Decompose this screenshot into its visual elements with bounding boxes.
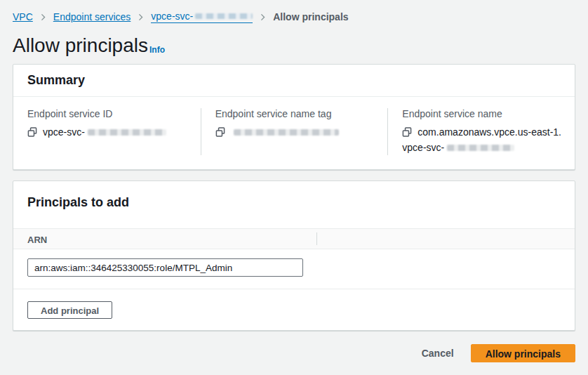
chevron-right-icon <box>39 13 47 21</box>
column-divider <box>316 232 317 245</box>
breadcrumb-service-id-prefix: vpce-svc- <box>151 11 193 22</box>
page-title: Allow principals Info <box>13 34 575 57</box>
redacted-text <box>234 129 339 136</box>
redacted-text <box>88 129 166 136</box>
arn-column-header: ARN <box>13 228 575 249</box>
summary-title: Summary <box>27 73 85 87</box>
summary-field-service-name: Endpoint service name com.amazonaws.vpce… <box>387 108 575 155</box>
arn-input-row <box>13 249 575 289</box>
copy-icon[interactable] <box>215 127 225 137</box>
field-value <box>215 124 378 140</box>
field-label: Endpoint service ID <box>27 108 191 119</box>
principals-card-header: Principals to add <box>13 181 575 228</box>
breadcrumb-endpoint-service-id[interactable]: vpce-svc- <box>151 11 253 23</box>
add-principal-row: Add principal <box>13 289 575 330</box>
field-label: Endpoint service name <box>402 108 565 119</box>
page: VPC Endpoint services vpce-svc- Allow pr… <box>0 0 588 362</box>
summary-field-name-tag: Endpoint service name tag <box>201 108 388 155</box>
footer-actions: Cancel Allow principals <box>13 344 575 362</box>
redacted-text <box>447 145 514 151</box>
redacted-text <box>195 13 253 19</box>
breadcrumb-vpc[interactable]: VPC <box>13 11 33 22</box>
principals-title: Principals to add <box>27 195 129 209</box>
allow-principals-button[interactable]: Allow principals <box>471 344 575 362</box>
breadcrumb-current: Allow principals <box>273 11 348 22</box>
add-principal-button[interactable]: Add principal <box>27 301 112 319</box>
cancel-button[interactable]: Cancel <box>420 345 455 362</box>
field-label: Endpoint service name tag <box>215 108 378 119</box>
copy-icon[interactable] <box>27 127 37 137</box>
summary-field-service-id: Endpoint service ID vpce-svc- <box>13 108 201 155</box>
summary-card: Summary Endpoint service ID vpce-svc- En… <box>13 64 575 170</box>
summary-fields: Endpoint service ID vpce-svc- Endpoint s… <box>13 97 575 169</box>
chevron-right-icon <box>137 13 145 21</box>
field-value: vpce-svc- <box>27 124 191 140</box>
field-value: com.amazonaws.vpce.us-east-1.vpce-svc- <box>402 124 565 155</box>
chevron-right-icon <box>259 13 267 21</box>
info-link[interactable]: Info <box>149 45 165 57</box>
breadcrumb-endpoint-services[interactable]: Endpoint services <box>53 11 131 22</box>
breadcrumb: VPC Endpoint services vpce-svc- Allow pr… <box>13 0 575 23</box>
arn-column-label: ARN <box>27 235 47 245</box>
principals-card: Principals to add ARN Add principal <box>13 180 575 331</box>
arn-input[interactable] <box>27 258 303 277</box>
copy-icon[interactable] <box>402 127 412 137</box>
page-title-text: Allow principals <box>13 34 148 57</box>
field-value-text: vpce-svc- <box>43 126 85 138</box>
summary-card-header: Summary <box>13 65 575 97</box>
